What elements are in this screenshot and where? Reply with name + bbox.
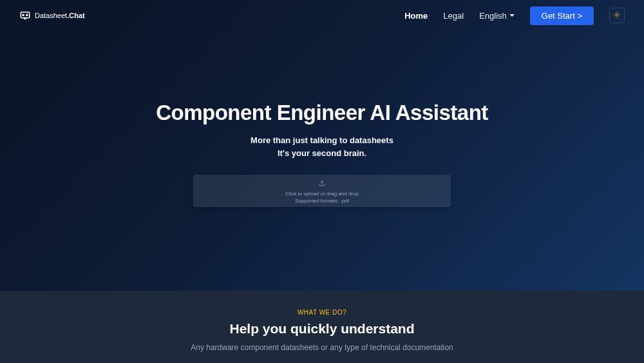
svg-point-1 (23, 14, 24, 15)
get-start-button[interactable]: Get Start > (530, 6, 594, 25)
section-title: Help you quickly understand (0, 321, 644, 337)
upload-text-line1: Click to upload or drag and drop (285, 190, 359, 197)
logo-icon (19, 10, 31, 21)
svg-point-2 (26, 14, 28, 15)
hero-subtitle-line2: It's your second brain. (0, 147, 644, 160)
hero-section: Component Engineer AI Assistant More tha… (0, 31, 644, 207)
theme-toggle[interactable] (609, 8, 625, 23)
logo-text: Datasheet.Chat (35, 12, 85, 19)
upload-icon (319, 177, 325, 189)
language-label: English (479, 11, 507, 21)
section-eyebrow: WHAT WE DO? (0, 309, 644, 316)
svg-point-3 (616, 14, 618, 16)
nav-legal[interactable]: Legal (443, 11, 464, 21)
upload-text-line2: Supported formats: .pdf (295, 197, 349, 204)
hero-title: Component Engineer AI Assistant (0, 101, 644, 125)
upload-box[interactable]: Click to upload or drag and drop Support… (193, 175, 451, 207)
hero-subtitle: More than just talking to datasheets It'… (0, 134, 644, 159)
caret-down-icon (509, 14, 515, 17)
nav-home[interactable]: Home (404, 11, 428, 21)
nav: Home Legal English Get Start > (404, 6, 625, 25)
header: Datasheet.Chat Home Legal English Get St… (0, 0, 644, 31)
logo[interactable]: Datasheet.Chat (19, 10, 85, 21)
section-subtitle: Any hardware component datasheets or any… (0, 343, 644, 352)
sun-icon (613, 11, 621, 21)
language-dropdown[interactable]: English (479, 11, 515, 21)
hero-subtitle-line1: More than just talking to datasheets (0, 134, 644, 147)
what-we-do-section: WHAT WE DO? Help you quickly understand … (0, 291, 644, 363)
